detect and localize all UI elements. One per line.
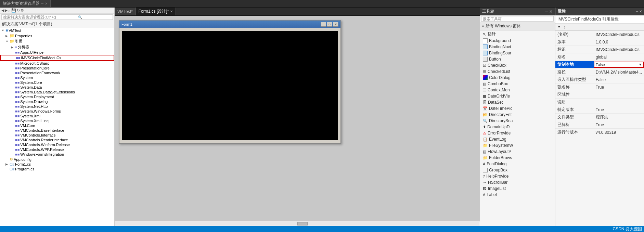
tree-item-wfi[interactable]: ■■ WindowsFormsIntegration bbox=[0, 152, 114, 157]
prop-value-copylocal[interactable]: False ▼ bbox=[594, 61, 644, 68]
form-canvas[interactable] bbox=[122, 31, 338, 140]
toolbar-forward-btn[interactable]: ▶ bbox=[5, 8, 8, 13]
tree-item-syswinforms[interactable]: ■■ System.Windows.Forms bbox=[0, 109, 114, 114]
tool-imagelist[interactable]: 🖼 ImageList bbox=[480, 185, 555, 192]
tool-checkbox[interactable]: ☑ CheckBox bbox=[480, 62, 555, 68]
prop-row-copylocal[interactable]: 复制本地 False ▼ bbox=[555, 61, 644, 68]
toolbox-pin-icon[interactable]: ─ bbox=[545, 9, 548, 14]
tree-item-sysdataext[interactable]: ■■ System.Data.DataSetExtensions bbox=[0, 90, 114, 94]
search-input[interactable] bbox=[2, 15, 77, 20]
toolbar-back-btn[interactable]: ◀ bbox=[1, 8, 4, 13]
tree-item-vmwpf[interactable]: ■■ VMControls.WPF.Release bbox=[0, 147, 114, 152]
tree-item-sysxml[interactable]: ■■ System.Xml bbox=[0, 114, 114, 118]
prop-row-identity: 标识 IMVSCircleFindModuCs bbox=[555, 46, 644, 53]
tree-item-refs[interactable]: ▼ 📁 引用 bbox=[0, 38, 114, 44]
toolbar-minus-btn[interactable]: — bbox=[25, 9, 28, 13]
tree-item-vmcore[interactable]: ■■ VM.Core bbox=[0, 123, 114, 128]
tree-item-appconfig[interactable]: ⚙ App.config bbox=[0, 157, 114, 162]
toolbar-refresh-btn[interactable]: ↻ bbox=[17, 8, 20, 13]
tree-item-prescore[interactable]: ■■ PresentationCore bbox=[0, 66, 114, 70]
toolbar-save-btn[interactable]: 💾 bbox=[11, 8, 16, 13]
tool-background[interactable]: Background bbox=[480, 38, 555, 44]
tool-datagridview[interactable]: ▦ DataGridVie bbox=[480, 93, 555, 99]
tool-contextmen[interactable]: ☰ ContextMen bbox=[480, 87, 555, 93]
sort-alpha-btn[interactable]: ↕ bbox=[562, 24, 567, 30]
prop-label-strongname: 强名称 bbox=[555, 83, 594, 91]
form-maximize-btn[interactable]: □ bbox=[327, 22, 332, 27]
toolbox-close-icon[interactable]: ✕ bbox=[549, 9, 553, 14]
close-icon-se[interactable]: ✕ bbox=[45, 2, 48, 5]
toolbox-search-input[interactable] bbox=[481, 16, 553, 21]
tree-item-vmtest[interactable]: ▼ ■ VMTest bbox=[0, 28, 114, 33]
bindingsour-icon bbox=[483, 51, 488, 55]
toolbar-home-btn[interactable]: ⌂ bbox=[8, 9, 11, 13]
tree-item-properties[interactable]: ▶ 📁 Properties bbox=[0, 33, 114, 38]
tree-item-sysdraw[interactable]: ■■ System.Drawing bbox=[0, 99, 114, 104]
ref-icon-10: ■■ bbox=[15, 95, 20, 99]
tool-fontdialog[interactable]: A FontDialog bbox=[480, 161, 555, 167]
tree-item-sysnethttp[interactable]: ■■ System.Net.Http bbox=[0, 104, 114, 109]
tree-item-vmintf[interactable]: ■■ VMControls.Interface bbox=[0, 133, 114, 138]
tab-vmtest-label: VMTest* bbox=[117, 9, 133, 14]
tree-item-form1cs[interactable]: ▶ C# Form1.cs bbox=[0, 162, 114, 167]
tool-groupbox[interactable]: GroupBox bbox=[480, 167, 555, 173]
tool-combobox[interactable]: ▤ ComboBox bbox=[480, 81, 555, 87]
tool-dataset[interactable]: 🗄 DataSet bbox=[480, 99, 555, 105]
dropdown-arrow-icon[interactable]: ▼ bbox=[639, 63, 642, 66]
tree-item-sysxmllinq[interactable]: ■■ System.Xml.Linq bbox=[0, 118, 114, 123]
tool-eventlog[interactable]: 📋 EventLog bbox=[480, 136, 555, 142]
properties-label: Properties bbox=[15, 34, 32, 38]
tool-datetimepic[interactable]: 📅 DateTimePic bbox=[480, 105, 555, 112]
tree-item-vmwinform[interactable]: ■■ VMControls.Winform.Release bbox=[0, 142, 114, 147]
toolbox-section[interactable]: ▼ 所有 Windows 窗体 bbox=[480, 22, 555, 30]
tree-item-sysdeploy[interactable]: ■■ System.Deployment bbox=[0, 94, 114, 99]
tree-item-syscore[interactable]: ■■ System.Core bbox=[0, 80, 114, 85]
tree-item-vmbase[interactable]: ■■ VMControls.BaseInterface bbox=[0, 128, 114, 133]
h-scrollbar-thumb[interactable] bbox=[297, 222, 308, 225]
ref-icon-7: ■■ bbox=[15, 80, 20, 85]
tool-directorysea[interactable]: 🔍 DirectorySea bbox=[480, 118, 555, 124]
tree-item-system[interactable]: ■■ System bbox=[0, 75, 114, 80]
form-close-btn[interactable]: ✕ bbox=[333, 22, 338, 27]
ref-icon-22: ■■ bbox=[15, 152, 20, 156]
tool-colordialog[interactable]: ColorDialog bbox=[480, 75, 555, 81]
tree-item-imvs[interactable]: ■■ IMVSCircleFindModuCs bbox=[0, 55, 114, 61]
tool-helpprovide[interactable]: ? HelpProvide bbox=[480, 173, 555, 179]
tree-item-vmrender[interactable]: ■■ VMControls.RenderInterface bbox=[0, 138, 114, 142]
solution-tree: ▼ ■ VMTest ▶ 📁 Properties ▼ 📁 引用 bbox=[0, 28, 114, 226]
tool-button[interactable]: Button bbox=[480, 56, 555, 62]
tool-flowlayoutp[interactable]: ▤ FlowLayoutP bbox=[480, 149, 555, 155]
solution-explorer-tab[interactable]: 解决方案资源管理器 ─ ✕ bbox=[0, 0, 51, 7]
tool-folderbrows[interactable]: 📁 FolderBrows bbox=[480, 155, 555, 161]
tool-hscrollbar[interactable]: ↔ HScrollBar bbox=[480, 179, 555, 185]
tool-filesystemw[interactable]: 📁 FileSystemW bbox=[480, 142, 555, 149]
tool-checkedlist[interactable]: ☰ CheckedList bbox=[480, 68, 555, 75]
tool-pointer[interactable]: ↖ 指针 bbox=[480, 30, 555, 38]
tab-form1cs[interactable]: Form1.cs [设计]* ✕ bbox=[136, 8, 176, 15]
tool-bindingsour[interactable]: BindingSour bbox=[480, 50, 555, 56]
h-scrollbar[interactable] bbox=[115, 221, 480, 226]
tool-label[interactable]: A Label bbox=[480, 192, 555, 198]
tool-directoryent[interactable]: 📂 DirectoryEnt bbox=[480, 112, 555, 118]
props-close-icon[interactable]: ✕ bbox=[639, 10, 642, 13]
sort-category-btn[interactable]: ≡ bbox=[557, 24, 562, 30]
tree-item-sysdata[interactable]: ■■ System.Data bbox=[0, 85, 114, 90]
tab-vmtest[interactable]: VMTest* bbox=[115, 8, 136, 15]
prop-row-version: 版本 1.0.0.0 bbox=[555, 38, 644, 46]
tree-item-appsuihelper[interactable]: ■■ Apps.UIHelper bbox=[0, 50, 114, 55]
tool-bindingnavi[interactable]: BindingNavi bbox=[480, 44, 555, 50]
close-icon-tab[interactable]: ✕ bbox=[170, 10, 173, 13]
form-minimize-btn[interactable]: _ bbox=[321, 22, 326, 27]
toolbar-settings-btn[interactable]: ⚙ bbox=[21, 8, 24, 13]
tree-item-programcs[interactable]: C# Program.cs bbox=[0, 167, 114, 171]
tree-item-mscsharp[interactable]: ■■ Microsoft.CSharp bbox=[0, 61, 114, 66]
grid-icon: ▦ bbox=[483, 94, 486, 99]
prop-label-version: 版本 bbox=[555, 38, 594, 46]
props-pin-icon[interactable]: ─ bbox=[636, 10, 638, 13]
evtlog-icon: 📋 bbox=[483, 137, 488, 142]
tree-item-analyzer[interactable]: ▶ ≡ 分析器 bbox=[0, 44, 114, 50]
tree-item-presfw[interactable]: ■■ PresentationFramework bbox=[0, 70, 114, 75]
prop-label-copylocal: 复制本地 bbox=[555, 61, 594, 68]
tool-errorprovide[interactable]: ⚠ ErrorProvide bbox=[480, 130, 555, 136]
tool-domainupd[interactable]: ⬆ DomainUpD bbox=[480, 124, 555, 130]
